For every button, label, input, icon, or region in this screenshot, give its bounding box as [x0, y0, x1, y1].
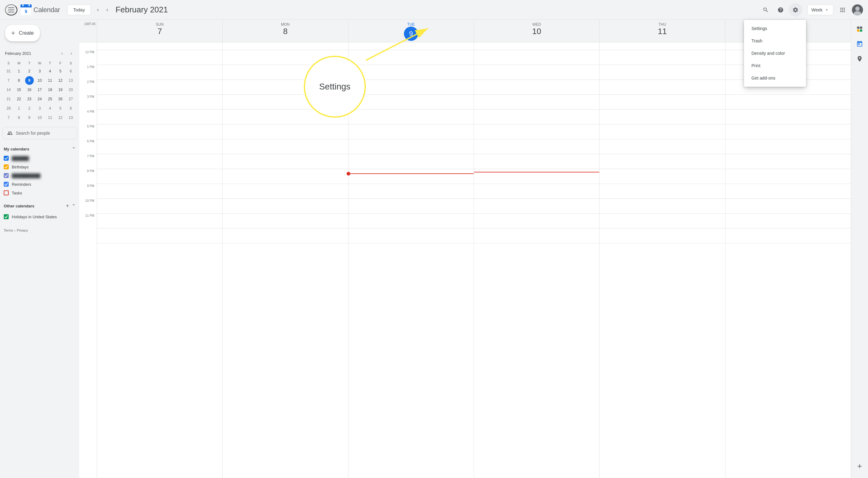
dropdown-print[interactable]: Print: [744, 60, 806, 72]
mini-cal-day[interactable]: 13: [66, 76, 75, 85]
dropdown-trash[interactable]: Trash: [744, 35, 806, 47]
user-avatar[interactable]: [852, 4, 863, 15]
mini-cal-day[interactable]: 8: [14, 113, 23, 122]
mini-cal-day[interactable]: 5: [56, 104, 65, 113]
checkmark-icon: [4, 165, 8, 169]
hour-line: [599, 124, 725, 125]
mini-cal-day[interactable]: 14: [4, 86, 13, 94]
next-period-button[interactable]: ›: [104, 4, 111, 15]
main-layout: + Create February 2021 ‹ › SMTWTFS311234…: [0, 20, 868, 478]
mini-cal-day[interactable]: 1: [14, 67, 23, 75]
mini-cal-day[interactable]: 2: [25, 104, 34, 113]
mini-cal-day[interactable]: 6: [66, 104, 75, 113]
other-calendars-section: Other calendars + ⌃ Holidays in United S…: [0, 200, 80, 221]
mini-cal-day[interactable]: 3: [35, 104, 44, 113]
mini-cal-nav: ‹ ›: [58, 49, 75, 58]
mini-cal-day[interactable]: 10: [35, 76, 44, 85]
week-view-selector[interactable]: Week: [807, 5, 833, 15]
settings-button[interactable]: [788, 3, 802, 17]
mini-cal-day[interactable]: 4: [45, 67, 54, 75]
mini-cal-prev[interactable]: ‹: [58, 49, 66, 58]
search-people-input[interactable]: Search for people: [2, 127, 77, 139]
mini-cal-day[interactable]: 7: [4, 113, 13, 122]
mini-cal-day[interactable]: 6: [66, 67, 75, 75]
mini-cal-day[interactable]: 5: [56, 67, 65, 75]
other-calendars-header[interactable]: Other calendars + ⌃: [0, 200, 80, 212]
mini-cal-day[interactable]: 19: [56, 86, 65, 94]
mini-cal-day[interactable]: 20: [66, 86, 75, 94]
my-cal-item-3[interactable]: Reminders: [0, 180, 80, 189]
hour-line: [599, 65, 725, 65]
svg-rect-5: [22, 4, 24, 6]
my-cal-item-2[interactable]: ██████████: [0, 171, 80, 180]
mini-cal-day[interactable]: 12: [56, 113, 65, 122]
create-button[interactable]: + Create: [5, 25, 40, 41]
right-sidebar-icon-1[interactable]: [853, 37, 866, 51]
add-other-calendar-icon[interactable]: +: [64, 202, 70, 210]
right-sidebar-icon-0[interactable]: [853, 22, 866, 36]
mini-cal-day[interactable]: 9: [25, 113, 34, 122]
hour-line: [348, 65, 474, 65]
my-cal-item-1[interactable]: Birthdays: [0, 163, 80, 171]
mini-cal-day[interactable]: 25: [45, 95, 54, 103]
dropdown-addons[interactable]: Get add-ons: [744, 72, 806, 84]
grid-col-4: [599, 42, 725, 478]
logo-text: Calendar: [33, 6, 60, 14]
hour-line: [223, 154, 348, 154]
mini-cal-day[interactable]: 31: [4, 67, 13, 75]
mini-cal-day[interactable]: 17: [35, 86, 44, 94]
dropdown-density[interactable]: Density and color: [744, 47, 806, 60]
my-cal-item-0[interactable]: ██████: [0, 154, 80, 163]
right-sidebar-icon-2[interactable]: [853, 52, 866, 66]
prev-period-button[interactable]: ‹: [95, 4, 101, 15]
right-sidebar-add[interactable]: [853, 459, 866, 473]
mini-cal-day[interactable]: 7: [4, 76, 13, 85]
hour-line: [474, 124, 599, 125]
mini-cal-next[interactable]: ›: [67, 49, 75, 58]
other-cal-item-0[interactable]: Holidays in United States: [0, 212, 80, 221]
mini-cal-day[interactable]: 11: [45, 76, 54, 85]
hour-line: [223, 109, 348, 110]
google-apps-button[interactable]: [836, 3, 849, 17]
my-cal-item-4[interactable]: Tasks: [0, 189, 80, 197]
mini-cal-day[interactable]: 15: [14, 86, 23, 94]
mini-cal-day[interactable]: 8: [14, 76, 23, 85]
mini-cal-day[interactable]: 23: [25, 95, 34, 103]
mini-cal-day[interactable]: 3: [35, 67, 44, 75]
privacy-link[interactable]: Privacy: [17, 229, 28, 232]
mini-cal-day[interactable]: 26: [56, 95, 65, 103]
hour-line: [97, 243, 222, 243]
mini-cal-day[interactable]: 18: [45, 86, 54, 94]
day-name-1: MON: [223, 22, 348, 27]
my-calendars-toggle-icon: ⌃: [72, 146, 75, 152]
mini-cal-day[interactable]: 12: [56, 76, 65, 85]
mini-cal-day[interactable]: 21: [4, 95, 13, 103]
hour-line: [599, 139, 725, 139]
mini-cal-day[interactable]: 16: [25, 86, 34, 94]
search-button[interactable]: [759, 3, 773, 17]
mini-cal-day[interactable]: 28: [4, 104, 13, 113]
mini-cal-day[interactable]: 4: [45, 104, 54, 113]
mini-cal-day[interactable]: 11: [45, 113, 54, 122]
time-label: 11 PM: [80, 213, 97, 228]
hour-line: [725, 183, 850, 184]
hour-line: [599, 183, 725, 184]
mini-cal-day[interactable]: 27: [66, 95, 75, 103]
mini-cal-day[interactable]: 22: [14, 95, 23, 103]
mini-cal-day[interactable]: 13: [66, 113, 75, 122]
mini-cal-day[interactable]: 1: [14, 104, 23, 113]
create-plus-icon: +: [11, 29, 15, 37]
hamburger-menu[interactable]: [5, 4, 18, 15]
help-button[interactable]: [774, 3, 787, 17]
mini-cal-day[interactable]: 10: [35, 113, 44, 122]
my-calendars-header[interactable]: My calendars ⌃: [0, 144, 80, 154]
mini-cal-day[interactable]: 2: [25, 67, 34, 75]
mini-cal-day[interactable]: 9: [25, 76, 34, 85]
terms-link[interactable]: Terms: [4, 229, 13, 232]
today-button[interactable]: Today: [67, 5, 91, 15]
dropdown-settings[interactable]: Settings: [744, 22, 806, 35]
time-label: 9 PM: [80, 183, 97, 199]
time-label: 4 PM: [80, 109, 97, 124]
hour-line: [348, 109, 474, 110]
mini-cal-day[interactable]: 24: [35, 95, 44, 103]
